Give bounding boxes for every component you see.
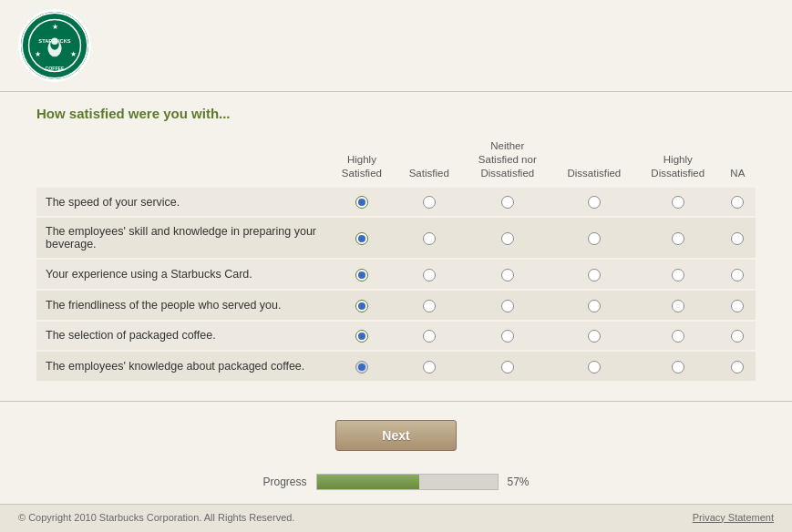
progress-area: Progress 57% [0,465,792,504]
page-title: How satisfied were you with... [36,106,756,121]
table-row: The friendliness of the people who serve… [36,290,756,321]
table-row: The selection of packaged coffee. [36,321,756,352]
radio-q3-c1[interactable] [423,269,436,281]
radio-q2-c5[interactable] [731,232,744,245]
radio-cell [328,217,396,259]
radio-q3-c2[interactable] [501,269,514,281]
main-content: How satisfied were you with... HighlySat… [0,92,792,402]
radio-q2-c0[interactable] [355,232,368,245]
radio-cell [552,321,636,352]
radio-q4-c0[interactable] [355,300,368,312]
col-header-neither: NeitherSatisfied norDissatisfied [463,135,552,188]
radio-q4-c1[interactable] [423,300,436,312]
copyright-text: © Copyright 2010 Starbucks Corporation. … [18,512,294,523]
radio-q2-c4[interactable] [672,232,684,245]
col-header-highly-satisfied: HighlySatisfied [328,135,396,188]
content-wrapper: How satisfied were you with... HighlySat… [0,92,792,504]
radio-cell [720,217,756,259]
radio-q5-c2[interactable] [501,330,514,343]
radio-cell [463,351,552,382]
logo: STARBUCKS ★ ★ ★ COFFEE [18,9,91,82]
question-text: The employees' knowledge about packaged … [36,351,328,382]
radio-q5-c4[interactable] [672,330,684,343]
svg-text:★: ★ [70,50,77,58]
progress-percent: 57% [508,476,530,488]
radio-cell [328,188,396,218]
radio-cell [636,351,720,382]
radio-cell [396,290,463,321]
radio-cell [552,290,636,321]
radio-cell [328,259,396,290]
radio-cell [636,290,720,321]
col-header-question [36,135,328,188]
radio-q1-c3[interactable] [588,196,601,209]
radio-q3-c5[interactable] [731,269,744,281]
radio-q3-c4[interactable] [672,269,684,281]
radio-cell [552,188,636,218]
radio-cell [552,259,636,290]
radio-q3-c3[interactable] [588,269,601,281]
question-text: The friendliness of the people who serve… [36,290,328,321]
radio-q4-c4[interactable] [672,300,684,312]
col-header-highly-dissatisfied: HighlyDissatisfied [636,135,720,188]
header: STARBUCKS ★ ★ ★ COFFEE [0,0,792,92]
radio-cell [463,217,552,259]
button-area: Next [0,402,792,465]
radio-q2-c3[interactable] [588,232,601,245]
radio-q5-c3[interactable] [588,330,601,343]
table-row: The employees' knowledge about packaged … [36,351,756,382]
radio-cell [552,217,636,259]
svg-text:★: ★ [52,23,58,31]
radio-cell [720,290,756,321]
progress-label: Progress [262,476,306,488]
radio-q4-c5[interactable] [731,300,744,312]
radio-q3-c0[interactable] [355,269,368,281]
radio-q6-c4[interactable] [672,361,684,373]
radio-q2-c2[interactable] [501,232,514,245]
radio-cell [396,188,463,218]
radio-q6-c2[interactable] [501,361,514,373]
progress-bar-fill [317,475,420,489]
radio-q1-c2[interactable] [501,196,514,209]
radio-q1-c0[interactable] [355,196,368,209]
radio-q5-c5[interactable] [731,330,744,343]
radio-q1-c4[interactable] [672,196,684,209]
privacy-link[interactable]: Privacy Statement [693,512,774,523]
footer: © Copyright 2010 Starbucks Corporation. … [0,504,792,530]
survey-table: HighlySatisfied Satisfied NeitherSatisfi… [36,135,756,383]
radio-q1-c5[interactable] [731,196,744,209]
radio-q6-c5[interactable] [731,361,744,373]
radio-q4-c2[interactable] [501,300,514,312]
radio-cell [396,351,463,382]
radio-q2-c1[interactable] [423,232,436,245]
col-header-satisfied: Satisfied [396,135,463,188]
radio-q5-c0[interactable] [355,330,368,343]
radio-cell [328,321,396,352]
radio-q5-c1[interactable] [423,330,436,343]
radio-q6-c1[interactable] [423,361,436,373]
table-header-row: HighlySatisfied Satisfied NeitherSatisfi… [36,135,756,188]
next-button[interactable]: Next [335,420,456,451]
radio-cell [396,259,463,290]
radio-cell [463,321,552,352]
svg-text:COFFEE: COFFEE [45,66,65,71]
radio-q4-c3[interactable] [588,300,601,312]
radio-cell [636,259,720,290]
svg-text:★: ★ [35,50,41,58]
radio-cell [328,290,396,321]
radio-q6-c3[interactable] [588,361,601,373]
radio-cell [463,259,552,290]
radio-cell [720,351,756,382]
radio-cell [636,188,720,218]
svg-point-5 [51,37,58,45]
radio-cell [396,217,463,259]
radio-cell [636,321,720,352]
radio-q1-c1[interactable] [423,196,436,209]
col-header-na: NA [720,135,756,188]
question-text: The speed of your service. [36,188,328,218]
radio-cell [463,290,552,321]
radio-cell [328,351,396,382]
radio-q6-c0[interactable] [355,361,368,373]
question-text: The selection of packaged coffee. [36,321,328,352]
radio-cell [636,217,720,259]
